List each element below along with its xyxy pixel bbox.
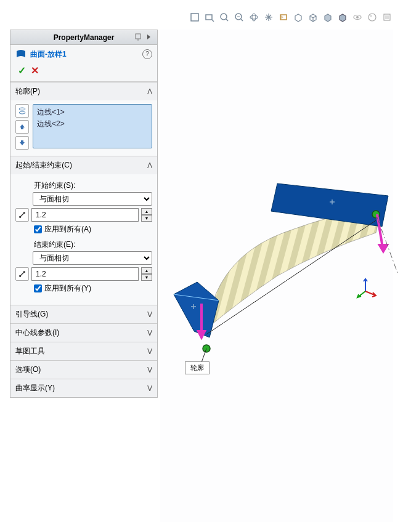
start-constraint-label: 开始约束(S):: [34, 180, 152, 191]
tool-shaded-edges-icon[interactable]: [336, 11, 349, 23]
guide-curves-header[interactable]: 引导线(G) ᐯ: [10, 305, 157, 323]
profiles-listbox[interactable]: 边线<1> 边线<2>: [33, 104, 152, 148]
graphics-viewport[interactable]: 轮廓: [160, 30, 393, 522]
tool-pan-icon[interactable]: [263, 11, 275, 23]
view-toolbar: [189, 10, 393, 25]
end-constraint-label: 结束约束(E):: [34, 240, 152, 250]
options-header[interactable]: 选项(O) ᐯ: [10, 361, 157, 379]
constraints-section: 起始/结束约束(C) ᐱ 开始约束(S): 与面相切 ▲ ▼ 应用到所有(A): [10, 156, 157, 305]
profiles-section: 轮廓(P) ᐱ 边线<1> 边线<2>: [10, 82, 157, 156]
centerline-section: 中心线参数(I) ᐯ: [10, 323, 157, 342]
guide-curves-section: 引导线(G) ᐯ: [10, 305, 157, 323]
apply-all-start-checkbox[interactable]: [34, 225, 42, 233]
apply-all-end-checkbox[interactable]: [34, 284, 42, 292]
curvature-section: 曲率显示(Y) ᐯ: [10, 379, 157, 397]
chevron-down-icon: ᐯ: [147, 384, 152, 393]
cancel-button[interactable]: ✕: [31, 65, 39, 76]
move-up-button[interactable]: [15, 120, 29, 134]
profile-select-icon[interactable]: [15, 104, 29, 118]
tool-scene-icon[interactable]: [381, 11, 393, 23]
svg-rect-11: [385, 15, 389, 19]
curvature-header[interactable]: 曲率显示(Y) ᐯ: [10, 379, 157, 397]
chevron-down-icon: ᐯ: [147, 310, 152, 319]
chevron-down-icon: ᐯ: [147, 347, 152, 356]
svg-point-8: [368, 14, 376, 21]
svg-point-14: [19, 111, 25, 114]
spinner-down-button[interactable]: ▼: [141, 274, 152, 281]
panel-title: PropertyManager: [54, 33, 115, 42]
panel-arrow-icon[interactable]: [145, 33, 155, 42]
svg-rect-15: [21, 127, 23, 129]
spinner-down-button[interactable]: ▼: [141, 215, 152, 222]
sketch-tools-header[interactable]: 草图工具 ᐯ: [10, 342, 157, 360]
svg-point-2: [221, 14, 227, 20]
tool-display-style-icon[interactable]: [292, 11, 304, 23]
end-length-input[interactable]: [31, 267, 139, 281]
svg-rect-12: [136, 34, 140, 39]
tool-zoom-out-icon[interactable]: [233, 11, 245, 23]
chevron-up-icon: ᐱ: [147, 87, 152, 96]
tool-visibility-icon[interactable]: [351, 11, 364, 23]
model-preview: [160, 30, 394, 362]
loft-surface-icon: [15, 49, 26, 60]
tool-zoom-area-icon[interactable]: [203, 11, 216, 23]
svg-point-4: [250, 15, 258, 19]
panel-pushpin-icon[interactable]: [134, 33, 144, 42]
profiles-header[interactable]: 轮廓(P) ᐱ: [10, 83, 157, 100]
list-item[interactable]: 边线<1>: [37, 107, 148, 118]
action-buttons: ✓ ✕: [10, 63, 157, 81]
tool-shaded-icon[interactable]: [322, 11, 334, 23]
help-icon[interactable]: ?: [142, 49, 152, 59]
tool-zoom-fit-icon[interactable]: [189, 11, 201, 23]
svg-rect-0: [191, 14, 198, 21]
view-triad[interactable]: [356, 276, 381, 302]
svg-point-7: [356, 16, 359, 18]
options-section: 选项(O) ᐯ: [10, 360, 157, 379]
chevron-up-icon: ᐱ: [147, 161, 152, 170]
start-length-input[interactable]: [31, 208, 139, 222]
apply-all-end-label: 应用到所有(Y): [44, 283, 91, 294]
tool-hidden-lines-icon[interactable]: [307, 11, 319, 23]
panel-title-bar: PropertyManager: [10, 30, 157, 45]
tool-rotate-icon[interactable]: [248, 11, 260, 23]
centerline-header[interactable]: 中心线参数(I) ᐯ: [10, 324, 157, 342]
spinner-up-button[interactable]: ▲: [141, 208, 152, 215]
apply-all-start-label: 应用到所有(A): [44, 224, 91, 235]
accept-button[interactable]: ✓: [18, 65, 26, 76]
end-constraint-select[interactable]: 与面相切: [33, 251, 152, 265]
direction-flip-icon[interactable]: [15, 267, 29, 281]
tool-section-icon[interactable]: [277, 11, 290, 23]
tool-appearance-icon[interactable]: [366, 11, 378, 23]
direction-flip-icon[interactable]: [15, 208, 29, 222]
svg-rect-1: [206, 15, 212, 20]
chevron-down-icon: ᐯ: [147, 329, 152, 337]
svg-point-9: [370, 15, 372, 17]
feature-name: 曲面-放样1: [30, 49, 67, 60]
svg-point-13: [19, 108, 25, 110]
constraints-header[interactable]: 起始/结束约束(C) ᐱ: [10, 156, 157, 174]
profile-callout[interactable]: 轮廓: [185, 361, 210, 374]
move-down-button[interactable]: [15, 136, 29, 150]
start-constraint-select[interactable]: 与面相切: [33, 192, 152, 206]
list-item[interactable]: 边线<2>: [37, 119, 148, 129]
tool-zoom-in-icon[interactable]: [218, 11, 230, 23]
feature-title-row: 曲面-放样1 ?: [10, 45, 157, 63]
property-manager-panel: PropertyManager 曲面-放样1 ? ✓ ✕ 轮廓(P) ᐱ: [10, 30, 158, 398]
spinner-up-button[interactable]: ▲: [141, 267, 152, 274]
chevron-down-icon: ᐯ: [147, 366, 152, 374]
svg-rect-16: [21, 140, 23, 142]
sketch-tools-section: 草图工具 ᐯ: [10, 342, 157, 360]
svg-point-5: [252, 14, 256, 21]
